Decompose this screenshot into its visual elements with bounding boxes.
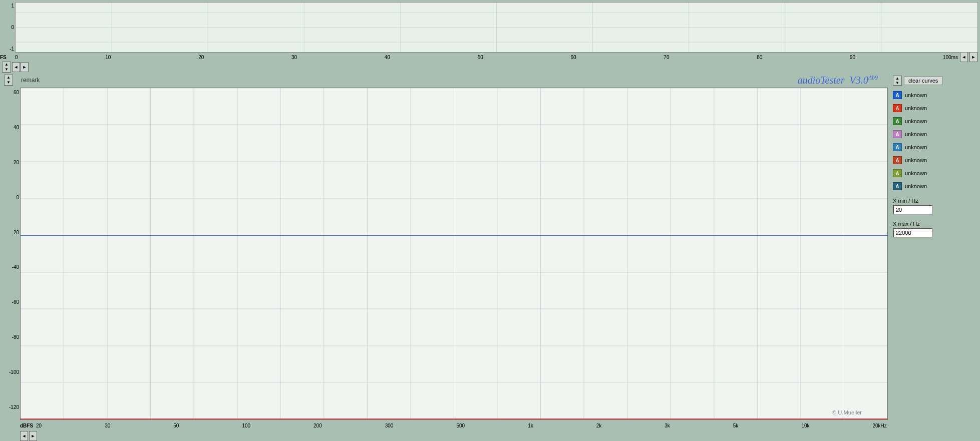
y-label-n40: -40 xyxy=(0,264,19,270)
scroll-right-btn[interactable]: ► xyxy=(969,52,977,62)
spectrum-y-axis: 60 40 20 0 -20 -40 -60 -80 -100 -120 xyxy=(0,88,20,420)
waveform-spin-control[interactable]: ▲ ▼ xyxy=(2,62,11,73)
scroll-arrows-right[interactable]: ◄ ► xyxy=(960,52,978,62)
spectrum-spin-control[interactable]: ▲ ▼ xyxy=(4,75,13,86)
nav-right-btn[interactable]: ► xyxy=(21,62,29,72)
y-label-n120: -120 xyxy=(0,404,19,410)
spectrum-svg: © U.Mueller xyxy=(21,88,887,419)
x-label-20k: 20kHz xyxy=(873,423,887,428)
legend-label-4: unknown xyxy=(905,131,927,137)
app-title-container: audioTester V3.0Ab9 xyxy=(798,74,878,86)
legend-label-5: unknown xyxy=(905,144,927,150)
main-panel: ▲ ▼ remark audioTester V3.0Ab9 60 40 20 … xyxy=(0,73,980,441)
remark-label: remark xyxy=(21,77,40,84)
clear-curves-btn[interactable]: clear curves xyxy=(904,76,942,85)
time-label-0: 0 xyxy=(15,55,18,60)
app-title: audioTester V3.0Ab9 xyxy=(798,75,878,86)
x-max-label: X max / Hz xyxy=(893,221,977,227)
time-label-20: 20 xyxy=(198,55,204,60)
waveform-y-label-bot: -1 xyxy=(0,46,14,52)
y-label-n20: -20 xyxy=(0,230,19,235)
controls-row: ▲ ▼ ◄ ► xyxy=(0,62,980,73)
x-label-3k: 3k xyxy=(665,423,670,428)
legend-item-5: A unknown xyxy=(893,142,977,153)
top-waveform-panel: 1 0 -1 FS xyxy=(0,0,980,73)
time-label-70: 70 xyxy=(664,55,669,60)
time-label-60: 60 xyxy=(571,55,576,60)
legend-item-8: A unknown xyxy=(893,181,977,192)
y-label-40: 40 xyxy=(0,125,19,130)
legend-box-8: A xyxy=(893,182,902,190)
sidebar-spin-control[interactable]: ▲ ▼ xyxy=(893,76,902,86)
y-label-n100: -100 xyxy=(0,369,19,375)
legend-label-6: unknown xyxy=(905,157,927,163)
scroll-bottom-right-btn[interactable]: ► xyxy=(29,431,37,441)
dBFS-label: dBFS xyxy=(20,423,35,428)
y-label-0: 0 xyxy=(0,195,19,200)
x-label-30: 30 xyxy=(105,423,110,428)
spin-up[interactable]: ▲ xyxy=(3,62,11,67)
nav-left-btn[interactable]: ◄ xyxy=(12,62,20,72)
legend-box-3: A xyxy=(893,117,902,125)
sidebar-spin-down[interactable]: ▼ xyxy=(893,81,901,85)
version-text: V3.0 xyxy=(849,75,868,86)
waveform-y-axis: 1 0 -1 xyxy=(0,2,15,53)
spin-down[interactable]: ▼ xyxy=(3,67,11,72)
spectrum-chart: © U.Mueller xyxy=(20,88,888,420)
sidebar-spin-up[interactable]: ▲ xyxy=(893,76,901,81)
x-min-label: X min / Hz xyxy=(893,198,977,204)
legend-box-1: A xyxy=(893,91,902,99)
sidebar-top-controls: ▲ ▼ clear curves xyxy=(893,76,977,86)
bottom-scroll-row: ◄ ► xyxy=(0,431,888,441)
x-min-input[interactable] xyxy=(893,205,933,215)
legend-label-2: unknown xyxy=(905,105,927,111)
spectrum-section: ▲ ▼ remark audioTester V3.0Ab9 60 40 20 … xyxy=(0,73,890,441)
x-label-100: 100 xyxy=(242,423,250,428)
x-axis-labels: 20 30 50 100 200 300 500 1k 2k 3k 5k 10k… xyxy=(35,423,888,428)
x-label-20: 20 xyxy=(36,423,42,428)
chart-area: 60 40 20 0 -20 -40 -60 -80 -100 -120 xyxy=(0,88,890,441)
x-max-input[interactable] xyxy=(893,228,933,238)
version-sub: Ab9 xyxy=(868,74,878,81)
y-label-20: 20 xyxy=(0,160,19,165)
x-label-500: 500 xyxy=(456,423,465,428)
sidebar: ▲ ▼ clear curves A unknown A unknown A u… xyxy=(890,73,980,441)
y-label-60: 60 xyxy=(0,90,19,95)
time-label-100: 100ms xyxy=(943,55,958,60)
legend-box-6: A xyxy=(893,156,902,164)
x-label-2k: 2k xyxy=(596,423,602,428)
waveform-y-label-top: 1 xyxy=(0,3,14,9)
legend-label-1: unknown xyxy=(905,92,927,98)
time-label-30: 30 xyxy=(291,55,297,60)
fs-label: FS xyxy=(0,55,14,60)
x-label-10k: 10k xyxy=(801,423,809,428)
legend-item-1: A unknown xyxy=(893,90,977,101)
x-max-section: X max / Hz xyxy=(893,221,977,238)
legend-box-2: A xyxy=(893,104,902,112)
time-label-40: 40 xyxy=(385,55,390,60)
scroll-bottom-left-btn[interactable]: ◄ xyxy=(20,431,28,441)
legend-item-6: A unknown xyxy=(893,155,977,166)
bottom-scroll-arrows[interactable]: ◄ ► xyxy=(20,431,38,441)
time-label-80: 80 xyxy=(757,55,762,60)
y-label-n60: -60 xyxy=(0,299,19,305)
waveform-y-label-mid: 0 xyxy=(0,25,14,30)
legend-box-4: A xyxy=(893,130,902,138)
x-axis-row: dBFS 20 30 50 100 200 300 500 1k 2k 3k 5… xyxy=(0,420,888,431)
legend-box-5: A xyxy=(893,143,902,151)
time-axis: 0 10 20 30 40 50 60 70 80 90 100ms xyxy=(14,55,960,60)
spectrum-spin-up[interactable]: ▲ xyxy=(5,75,13,80)
legend-label-7: unknown xyxy=(905,170,927,176)
chart-with-yaxis: 60 40 20 0 -20 -40 -60 -80 -100 -120 xyxy=(0,88,888,420)
legend-label-3: unknown xyxy=(905,118,927,124)
x-label-1k: 1k xyxy=(528,423,533,428)
x-label-200: 200 xyxy=(313,423,322,428)
x-label-5k: 5k xyxy=(733,423,739,428)
svg-text:© U.Mueller: © U.Mueller xyxy=(832,409,862,415)
scroll-left-btn[interactable]: ◄ xyxy=(960,52,968,62)
legend-box-7: A xyxy=(893,169,902,177)
x-label-50: 50 xyxy=(173,423,179,428)
spectrum-spin-down[interactable]: ▼ xyxy=(5,80,13,85)
time-label-50: 50 xyxy=(478,55,483,60)
spectrum-header: ▲ ▼ remark audioTester V3.0Ab9 xyxy=(0,73,890,88)
